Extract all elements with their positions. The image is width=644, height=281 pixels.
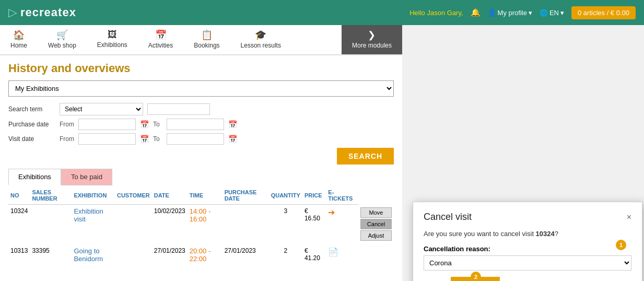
col-no: NO xyxy=(8,186,30,205)
home-icon: 🏠 xyxy=(13,29,25,41)
cell-no: 10324 xyxy=(8,205,30,244)
nav-item-home[interactable]: 🏠 Home xyxy=(0,25,38,54)
nav-item-more-modules[interactable]: ❯ More modules xyxy=(342,25,402,54)
search-term-input[interactable] xyxy=(147,103,210,115)
cell-date: 27/01/2023 xyxy=(152,244,188,265)
col-customer: CUSTOMER xyxy=(115,186,152,205)
lang-label: EN xyxy=(549,9,559,17)
calendar-icon-purchase-to[interactable]: 📅 xyxy=(228,120,237,128)
modal-cancellation-label: Cancellation reason: xyxy=(424,245,631,253)
cell-price: € 16.50 xyxy=(302,205,326,244)
search-btn-row: SEARCH xyxy=(8,148,394,165)
nav-item-exhibitions[interactable]: 🖼 Exhibitions xyxy=(87,25,138,54)
to-label-visit: To xyxy=(153,135,162,143)
main-content: History and overviews My Exhibitions Sea… xyxy=(0,55,402,281)
cell-actions xyxy=(358,244,394,265)
purchase-date-label: Purchase date xyxy=(8,121,55,128)
nav-exhibitions-label: Exhibitions xyxy=(97,41,127,49)
modal-body-suffix: ? xyxy=(555,230,558,238)
exhibition-link[interactable]: Exhibition visit xyxy=(74,207,103,223)
nav-item-lesson-results[interactable]: 🎓 Lesson results xyxy=(230,25,291,54)
my-exhibitions-dropdown[interactable]: My Exhibitions xyxy=(8,80,394,97)
badge-1: 1 xyxy=(616,240,626,250)
cart-button[interactable]: 0 articles / € 0.00 xyxy=(571,6,636,19)
search-term-row: Search term Select xyxy=(8,103,394,115)
nav-item-activities[interactable]: 📅 Activities xyxy=(138,25,183,54)
cancel-button[interactable]: Cancel xyxy=(360,219,392,229)
calendar-icon-visit-to[interactable]: 📅 xyxy=(228,135,237,143)
navbar: 🏠 Home 🛒 Web shop 🖼 Exhibitions 📅 Activi… xyxy=(0,25,402,55)
cell-date: 10/02/2023 xyxy=(152,205,188,244)
webshop-icon: 🛒 xyxy=(56,29,68,41)
purchase-date-row: Purchase date From 📅 To 📅 xyxy=(8,119,394,130)
exhibition-link[interactable]: Going toBenidorm xyxy=(74,247,103,263)
pdf-icon[interactable]: 📄 xyxy=(328,248,338,256)
lesson-results-icon: 🎓 xyxy=(255,29,266,41)
cell-no: 10313 xyxy=(8,244,30,265)
modal-visit-number: 10324 xyxy=(536,230,555,238)
col-purchase-date: PURCHASE DATE xyxy=(223,186,269,205)
logo-text: recreatex xyxy=(20,6,76,19)
header-greeting: Hello Jason Gary, xyxy=(409,9,463,17)
cell-quantity: 3 xyxy=(269,205,302,244)
profile-label: My profile xyxy=(498,9,527,17)
cell-time: 20:00 - 22:00 xyxy=(188,244,223,265)
col-date: DATE xyxy=(152,186,188,205)
modal-footer: Cancel DELETE 2 xyxy=(424,277,631,281)
activities-icon: 📅 xyxy=(155,29,167,41)
purchase-to-input[interactable] xyxy=(167,119,224,130)
nav-item-bookings[interactable]: 📋 Bookings xyxy=(183,25,230,54)
modal-title-row: Cancel visit × xyxy=(424,212,631,223)
modal-body: Are you sure you want to cancel visit 10… xyxy=(424,230,631,238)
cell-sales-number xyxy=(30,205,72,244)
language-link[interactable]: 🌐 EN ▾ xyxy=(540,9,564,17)
page-title: History and overviews xyxy=(8,62,394,75)
tab-exhibitions[interactable]: Exhibitions xyxy=(8,169,61,185)
move-button[interactable]: Move xyxy=(360,207,392,218)
cell-customer xyxy=(115,205,152,244)
modal-body-text: Are you sure you want to cancel visit xyxy=(424,230,536,238)
visit-to-input[interactable] xyxy=(167,133,224,145)
table-row: 10313 33395 Going toBenidorm 27/01/2023 … xyxy=(8,244,394,265)
col-price: PRICE xyxy=(302,186,326,205)
cancellation-reason-select[interactable]: Corona xyxy=(424,255,631,271)
logo: ▷ recreatex xyxy=(8,6,76,19)
from-label-purchase: From xyxy=(60,121,74,128)
lang-caret: ▾ xyxy=(560,9,564,17)
search-term-select[interactable]: Select xyxy=(60,103,143,115)
nav-bookings-label: Bookings xyxy=(194,42,219,49)
table-row: 10324 Exhibition visit 10/02/2023 14:00 … xyxy=(8,205,394,244)
cell-purchase-date xyxy=(223,205,269,244)
search-button[interactable]: SEARCH xyxy=(337,148,394,165)
tabs: Exhibitions To be paid xyxy=(8,169,394,185)
adjust-button[interactable]: Adjust xyxy=(360,230,392,241)
modal-close-button[interactable]: × xyxy=(627,213,631,222)
col-exhibition: EXHIBITION xyxy=(72,186,115,205)
modal-cancellation-section: Cancellation reason: Corona 1 xyxy=(424,245,631,271)
person-icon: 👤 xyxy=(488,9,496,17)
nav-lesson-results-label: Lesson results xyxy=(241,42,281,49)
cell-exhibition: Going toBenidorm xyxy=(72,244,115,265)
purchase-from-input[interactable] xyxy=(78,119,136,130)
modal-title: Cancel visit xyxy=(424,212,472,223)
tab-to-be-paid[interactable]: To be paid xyxy=(61,169,112,185)
visit-date-label: Visit date xyxy=(8,135,55,143)
cell-time: 14:00 - 16:00 xyxy=(188,205,223,244)
profile-link[interactable]: 👤 My profile ▾ xyxy=(488,9,532,17)
bookings-icon: 📋 xyxy=(201,29,213,41)
more-modules-icon: ❯ xyxy=(368,29,376,41)
nav-webshop-label: Web shop xyxy=(48,42,76,49)
calendar-icon-purchase-from[interactable]: 📅 xyxy=(140,120,149,128)
arrow-icon: ➔ xyxy=(328,208,335,217)
to-label-purchase: To xyxy=(153,121,162,128)
filter-section: Search term Select Purchase date From 📅 … xyxy=(8,103,394,145)
cell-purchase-date: 27/01/2023 xyxy=(223,244,269,265)
results-table: NO SALES NUMBER EXHIBITION CUSTOMER DATE… xyxy=(8,186,394,265)
calendar-icon-visit-from[interactable]: 📅 xyxy=(140,135,149,143)
cell-quantity: 2 xyxy=(269,244,302,265)
nav-item-webshop[interactable]: 🛒 Web shop xyxy=(38,25,87,54)
exhibitions-icon: 🖼 xyxy=(108,29,117,40)
cell-actions: Move Cancel Adjust xyxy=(358,205,394,244)
bell-icon[interactable]: 🔔 xyxy=(471,8,481,17)
visit-from-input[interactable] xyxy=(78,133,136,145)
